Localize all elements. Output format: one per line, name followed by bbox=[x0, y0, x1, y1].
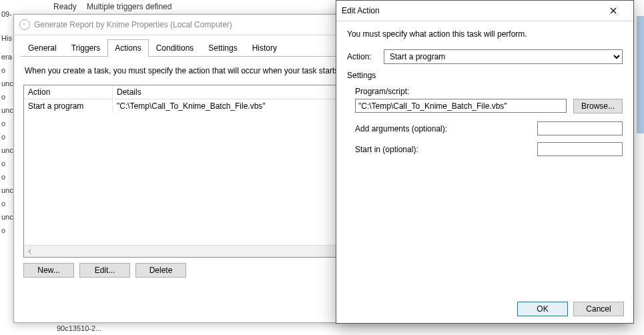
add-arguments-label: Add arguments (optional): bbox=[355, 124, 537, 133]
bg-left-fragment: unc bbox=[0, 79, 12, 88]
start-in-input[interactable] bbox=[537, 142, 623, 156]
bg-left-fragment: unc bbox=[0, 145, 12, 155]
bg-left-fragment: His bbox=[0, 33, 12, 43]
background-left-fragments: 09-Hiseraouncouncoouncoouncounco bbox=[0, 0, 12, 335]
bg-left-fragment: 09- bbox=[0, 9, 12, 19]
tab-settings[interactable]: Settings bbox=[201, 39, 244, 57]
settings-legend: Settings bbox=[347, 71, 376, 80]
bg-left-fragment: o bbox=[0, 172, 12, 182]
start-in-label: Start in (optional): bbox=[355, 145, 537, 154]
bg-left-fragment bbox=[0, 4, 12, 5]
bg-left-fragment: o bbox=[0, 65, 12, 75]
add-arguments-input[interactable] bbox=[537, 121, 623, 135]
bg-left-fragment bbox=[0, 28, 12, 29]
action-field-row: Action: Start a program bbox=[347, 49, 623, 64]
bg-left-fragment: era bbox=[0, 52, 12, 61]
settings-group: Settings Program/script: Browse... Add a… bbox=[347, 71, 623, 163]
bg-left-fragment: o bbox=[0, 132, 12, 141]
edit-action-title: Edit Action bbox=[342, 6, 599, 15]
bg-left-fragment: o bbox=[0, 199, 12, 208]
task-scheduler-icon bbox=[19, 19, 30, 30]
edit-action-instruction: You must specify what action this task w… bbox=[347, 29, 623, 39]
program-script-input[interactable] bbox=[355, 99, 567, 113]
edit-action-dialog: Edit Action You must specify what action… bbox=[336, 0, 634, 324]
browse-button[interactable]: Browse... bbox=[573, 99, 623, 113]
tab-triggers[interactable]: Triggers bbox=[64, 39, 108, 57]
tab-actions[interactable]: Actions bbox=[107, 39, 148, 57]
delete-button[interactable]: Delete bbox=[135, 263, 186, 278]
tab-history[interactable]: History bbox=[245, 39, 284, 57]
bg-left-fragment: o bbox=[0, 226, 12, 235]
edit-action-titlebar[interactable]: Edit Action bbox=[336, 1, 633, 21]
edit-action-body: You must specify what action this task w… bbox=[336, 21, 633, 163]
bg-left-fragment: unc bbox=[0, 186, 12, 195]
bg-left-fragment bbox=[0, 47, 12, 48]
bg-left-fragment: unc bbox=[0, 212, 12, 222]
bg-left-fragment: o bbox=[0, 119, 12, 128]
background-bottom-fragment: 90c13510-2... bbox=[57, 324, 101, 332]
program-script-label: Program/script: bbox=[355, 87, 623, 96]
new-button[interactable]: New... bbox=[23, 263, 74, 278]
bg-selection-strip bbox=[637, 16, 644, 133]
bg-left-fragment bbox=[0, 23, 12, 24]
edit-action-close-button[interactable] bbox=[599, 1, 628, 20]
col-header-action[interactable]: Action bbox=[24, 85, 113, 99]
bg-left-fragment: unc bbox=[0, 105, 12, 115]
background-task-row: Ready Multiple triggers defined bbox=[53, 2, 180, 11]
action-cell: Start a program bbox=[24, 99, 113, 113]
bg-status: Ready bbox=[53, 2, 77, 11]
scroll-left-icon[interactable] bbox=[24, 246, 35, 257]
edit-action-footer: OK Cancel bbox=[517, 302, 624, 316]
bg-triggers: Multiple triggers defined bbox=[87, 2, 172, 11]
bg-left-fragment: o bbox=[0, 92, 12, 101]
tab-conditions[interactable]: Conditions bbox=[149, 39, 202, 57]
bg-left-fragment: o bbox=[0, 159, 12, 168]
action-combobox[interactable]: Start a program bbox=[384, 49, 623, 64]
action-label: Action: bbox=[347, 52, 384, 61]
edit-action-cancel-button[interactable]: Cancel bbox=[573, 302, 624, 316]
tab-general[interactable]: General bbox=[21, 39, 64, 57]
edit-button[interactable]: Edit... bbox=[79, 263, 130, 278]
edit-action-ok-button[interactable]: OK bbox=[517, 302, 568, 316]
